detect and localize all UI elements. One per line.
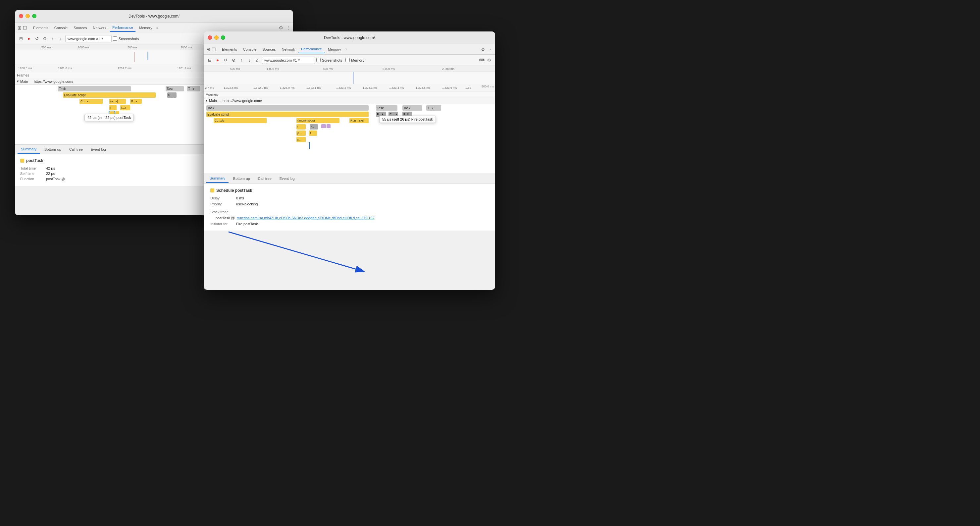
memory-check-2[interactable] (345, 58, 350, 62)
screenshots-check-2[interactable] (316, 58, 321, 62)
close-button-2[interactable] (208, 35, 212, 40)
url-dropdown-icon-1[interactable]: ▾ (101, 37, 103, 41)
summary-color-1 (20, 159, 24, 163)
tab-summary-2[interactable]: Summary (206, 174, 229, 183)
run-bar-1[interactable]: R... (167, 92, 177, 98)
f-bar-2[interactable]: f (296, 124, 306, 129)
tab-memory-2[interactable]: Memory (325, 45, 344, 53)
p-bar-2b[interactable]: p... (296, 137, 306, 142)
minimize-button-2[interactable] (214, 35, 219, 40)
detail-t-2c: 1,322.9 ms (253, 86, 268, 89)
task-bar-2a[interactable]: Task (206, 105, 369, 111)
detail-t-2k: 1,32 (465, 86, 471, 89)
tab-console-1[interactable]: Console (52, 24, 70, 32)
tab-call-tree-1[interactable]: Call tree (66, 145, 86, 154)
stack-trace-link-2[interactable]: m=cdos,hsm,jsa,mb4ZUb,cEt90b,SNUn3,qddgK… (237, 216, 375, 220)
settings-icon-2[interactable]: ⚙ (481, 47, 485, 52)
record-btn-1[interactable]: ● (25, 35, 32, 42)
title-bar-2: DevTools - www.google.com/ (204, 32, 495, 44)
task-bar-3[interactable]: T...k (187, 86, 200, 91)
clear-btn-2[interactable]: ⊘ (230, 57, 237, 64)
settings-icon-1[interactable]: ⚙ (279, 25, 283, 30)
maximize-button-1[interactable] (32, 14, 37, 18)
detail-time-1: 1280.8 ms (18, 67, 32, 70)
tab-console-2[interactable]: Console (240, 45, 259, 53)
parens-bar-1[interactable]: (...) (120, 105, 130, 110)
panel-toggle-1[interactable]: ⊟ (18, 35, 24, 42)
memory-checkbox-2[interactable]: Memory (345, 58, 364, 62)
bottom-tabs-2: Summary Bottom-up Call tree Event log (204, 174, 495, 183)
tab-memory-1[interactable]: Memory (137, 24, 155, 32)
main-thread-section-2: ▾ Main — https://www.google.com/ Task Ta… (204, 97, 495, 174)
task-bar-2b[interactable]: Task (376, 105, 398, 111)
screenshots-checkbox-1[interactable]: Screenshots (113, 37, 139, 41)
tab-call-tree-2[interactable]: Call tree (255, 174, 275, 183)
more-tabs-2[interactable]: » (345, 47, 347, 52)
reload-btn-2[interactable]: ↺ (222, 57, 229, 64)
rs-bar-1[interactable]: R...s (130, 99, 142, 104)
small-purple-1[interactable] (321, 124, 326, 128)
code-bar-2[interactable]: Co...de (214, 118, 267, 123)
url-dropdown-icon-2[interactable]: ▾ (298, 58, 300, 62)
screenshots-checkbox-2[interactable]: Screenshots (316, 58, 342, 62)
anon-bar-1[interactable]: (a...s) (109, 99, 126, 104)
tab-elements-1[interactable]: Elements (30, 24, 51, 32)
close-button-1[interactable] (19, 14, 23, 18)
task-bar-1[interactable]: Task (58, 86, 131, 91)
r-bar-2[interactable]: r... (310, 124, 318, 129)
frames-label-1: Frames (15, 73, 31, 78)
run-tasks-bar-2[interactable]: Run ...sks (349, 118, 369, 123)
more-tabs-1[interactable]: » (156, 26, 159, 30)
anon-bar-2[interactable]: (anonymous) (296, 118, 339, 123)
settings-toolbar-2[interactable]: ⚙ (486, 57, 493, 64)
small-purple-2[interactable] (326, 124, 331, 128)
self-time-value-1: 22 μs (46, 172, 55, 175)
toolbar-2: ⊟ ● ↺ ⊘ ↑ ↓ ⌂ www.google.com #1 ▾ Screen… (204, 55, 495, 66)
tab-bottom-up-2[interactable]: Bottom-up (230, 174, 253, 183)
evaluate-script-bar-1[interactable]: Evaluate script (63, 92, 156, 98)
tab-performance-2[interactable]: Performance (298, 45, 325, 53)
upload-btn-2[interactable]: ↑ (238, 57, 245, 64)
reload-btn-1[interactable]: ↺ (33, 35, 40, 42)
time-marker-2000-1: 2000 ms (180, 46, 192, 49)
record-btn-2[interactable]: ● (214, 57, 221, 64)
more-options-icon-2[interactable]: ⋮ (488, 47, 493, 52)
time-marker-2000-2: 2,000 ms (383, 67, 395, 70)
panel-toggle-2[interactable]: ⊟ (206, 57, 213, 64)
code-bar-1[interactable]: Co...e (80, 99, 103, 104)
f-bar-1[interactable]: f (109, 105, 116, 110)
p-bar-2a[interactable]: p... (296, 131, 306, 136)
keyboard-icon-2[interactable]: ⌨ (479, 58, 485, 62)
more-options-icon-1[interactable]: ⋮ (286, 25, 290, 30)
screenshots-check-1[interactable] (113, 37, 117, 41)
url-selector-2[interactable]: www.google.com #1 ▾ (262, 57, 315, 64)
tab-event-log-1[interactable]: Event log (88, 145, 109, 154)
delay-value-2: 0 ms (236, 196, 244, 200)
tab-sources-2[interactable]: Sources (260, 45, 278, 53)
maximize-button-2[interactable] (221, 35, 225, 40)
minimize-button-1[interactable] (25, 14, 30, 18)
url-text-1: www.google.com #1 (68, 37, 100, 41)
task-bar-2[interactable]: Task (165, 86, 184, 91)
tab-performance-1[interactable]: Performance (110, 24, 136, 32)
clear-btn-1[interactable]: ⊘ (41, 35, 48, 42)
priority-value-2: user-blocking (236, 202, 258, 206)
tab-summary-1[interactable]: Summary (18, 145, 40, 154)
tab-network-1[interactable]: Network (91, 24, 109, 32)
f-bar-2b[interactable]: f (309, 131, 317, 136)
url-selector-1[interactable]: www.google.com #1 ▾ (65, 35, 111, 42)
tab-network-2[interactable]: Network (279, 45, 298, 53)
download-btn-2[interactable]: ↓ (246, 57, 253, 64)
evaluate-script-bar-2[interactable]: Evaluate script (206, 112, 369, 117)
flame-chart-2[interactable]: Task Task Task T...k Evaluate script Fi.… (204, 104, 495, 174)
download-btn-1[interactable]: ↓ (57, 35, 64, 42)
tab-bottom-up-1[interactable]: Bottom-up (41, 145, 65, 154)
tab-sources-1[interactable]: Sources (71, 24, 89, 32)
upload-btn-1[interactable]: ↑ (49, 35, 56, 42)
frames-row-2: Frames (204, 91, 495, 97)
tab-event-log-2[interactable]: Event log (276, 174, 298, 183)
home-btn-2[interactable]: ⌂ (254, 57, 261, 64)
tab-elements-2[interactable]: Elements (219, 45, 240, 53)
task-bar-2d[interactable]: T...k (426, 105, 441, 111)
task-bar-2c[interactable]: Task (402, 105, 422, 111)
